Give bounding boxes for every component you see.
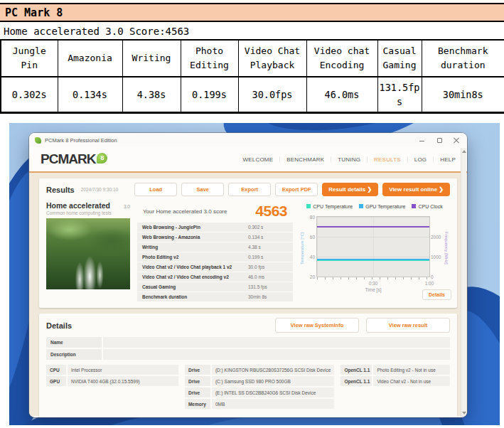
document-title: PC Mark 8 <box>5 6 63 19</box>
legend-label: GPU Temperature <box>365 204 405 209</box>
test-label: Web Browsing - JunglePin <box>142 225 248 230</box>
expand-row-score[interactable]: Home accelerated 3.0 score: 4563 <box>46 413 450 417</box>
x-tick: 1:00 <box>425 281 434 286</box>
sys-value: NVIDIA T400 4GB (32.0.15.5599) <box>68 376 178 386</box>
legend-swatch <box>306 204 311 208</box>
legend-item: GPU Temperature <box>359 204 405 209</box>
x-tick-marks <box>317 277 429 279</box>
description-row: Description <box>46 349 450 360</box>
table-header-cell: Photo Editing <box>181 40 238 77</box>
window-title: PCMark 8 Professional Edition <box>45 137 117 144</box>
details-panel: Details View raw SystemInfo View raw res… <box>39 314 457 417</box>
test-result-row: Video Chat v2 / Video Chat playback 1 v2… <box>137 262 293 272</box>
table-cell: 131.5fps <box>377 77 422 112</box>
test-value: 30.0 fps <box>248 264 288 269</box>
description-value <box>103 349 450 360</box>
description-label: Description <box>46 349 102 360</box>
plot-area: 80 60 40 20 2000 1000 0 0:30 1:00 Time <box>316 216 430 277</box>
test-value: 0.134 s <box>248 235 288 240</box>
test-result-row: Casual Gaming 131.5 fps <box>137 282 293 291</box>
system-info-row: Memory 0MB <box>185 399 334 409</box>
score-row: Your Home accelerated 3.0 score 4563 <box>137 202 293 223</box>
system-info-row: CPU Intel Processor <box>46 365 178 375</box>
test-name: Home accelerated <box>46 201 110 210</box>
y-axis-label-left: Temperature [°C] <box>300 220 304 276</box>
close-icon[interactable] <box>454 137 460 144</box>
legend-swatch <box>359 204 363 208</box>
chart-details-button[interactable]: Details <box>422 289 451 300</box>
nav-item-results[interactable]: RESULTS <box>368 156 408 163</box>
cpu-clock-line <box>317 226 429 228</box>
y-tick: 60 <box>302 234 315 239</box>
system-info-row: GPU NVIDIA T400 4GB (32.0.15.5599) <box>46 376 178 386</box>
system-info-col: CPU Intel Processor GPU NVIDIA T400 4GB … <box>46 365 178 410</box>
scroll-up-icon[interactable] <box>462 150 466 153</box>
test-result-row: Benchmark duration 30min 8s <box>137 292 293 301</box>
sys-value: (C:) Samsung SSD 980 PRO 500GB <box>212 376 334 386</box>
test-value: 30min 8s <box>248 294 288 299</box>
system-info-col: OpenCL 1.1 Photo Editing v2 - Not in use… <box>341 365 450 410</box>
table-header-cell: Jungle Pin <box>1 40 58 77</box>
test-label: Writing <box>142 245 248 250</box>
maximize-icon[interactable] <box>436 137 443 144</box>
y-tick: 1000 <box>431 254 447 259</box>
table-cell: 4.38s <box>122 77 181 112</box>
details-header: Details View raw SystemInfo View raw res… <box>39 314 457 337</box>
test-label: Casual Gaming <box>142 284 248 289</box>
sys-value: Intel Processor <box>68 365 178 375</box>
results-body: Home accelerated 3.0 Common home computi… <box>39 200 457 302</box>
export-button[interactable]: Export <box>228 183 271 196</box>
sys-label: OpenCL 1.1 <box>341 365 372 375</box>
details-heading: Details <box>46 321 72 330</box>
load-button[interactable]: Load <box>134 183 177 196</box>
waterfall-image <box>46 218 130 289</box>
table-header-cell: Amazonia <box>58 40 122 77</box>
nav-item-help[interactable]: HELP <box>434 156 463 163</box>
name-row: Name <box>46 337 450 348</box>
main-nav: WELCOME BENCHMARK TUNING RESULTS LOG HEL… <box>237 147 463 171</box>
window-title-bar[interactable]: PCMark 8 Professional Edition <box>29 133 467 147</box>
table-header-row: Jungle Pin Amazonia Writing Photo Editin… <box>1 40 504 77</box>
system-info-row: Drive (D:) KINGSTON RBUSC280S37256G SCSI… <box>185 365 334 375</box>
test-label: Photo Editing v2 <box>142 255 248 260</box>
system-info-row: Drive (E:) INTEL SS DSC2BB240G6 SCSI Dis… <box>185 387 334 397</box>
minimize-icon[interactable] <box>419 137 426 144</box>
legend-item: CPU Temperature <box>306 204 353 209</box>
pcmark-logo: PCMARK 8 <box>41 151 107 167</box>
table-header-cell: Casual Gaming <box>377 40 422 77</box>
score-line: Home accelerated 3.0 Score:4563 <box>0 22 504 39</box>
table-header-cell: Video chat Encoding <box>306 40 377 77</box>
sys-value: (E:) INTEL SS DSC2BB240G6 SCSI Disk Devi… <box>212 387 334 397</box>
test-value: 46.0 ms <box>248 274 288 279</box>
test-version: 3.0 <box>124 204 130 209</box>
nav-item-log[interactable]: LOG <box>408 156 434 163</box>
test-result-row: Photo Editing v2 0.199 s <box>137 252 293 262</box>
document-section: PC Mark 8 Home accelerated 3.0 Score:456… <box>0 3 504 125</box>
document-title-bar: PC Mark 8 <box>0 3 504 22</box>
results-header: Results 2024/7/30 9:30:10 Load Save Expo… <box>39 178 457 200</box>
scrollbar[interactable] <box>461 148 466 417</box>
y-tick: 2000 <box>431 234 447 239</box>
view-raw-result-button[interactable]: View raw result <box>366 318 450 333</box>
save-button[interactable]: Save <box>181 183 224 196</box>
view-raw-systeminfo-button[interactable]: View raw SystemInfo <box>275 318 359 333</box>
pcmark-window: PCMark 8 Professional Edition PCMARK 8 W… <box>29 133 467 417</box>
scroll-down-icon[interactable] <box>462 412 466 414</box>
table-cell: 0.302s <box>1 77 58 112</box>
pcmark-8-badge-icon: 8 <box>97 153 107 164</box>
sys-label: OpenCL 1.1 <box>341 376 372 386</box>
system-info-grid: CPU Intel Processor GPU NVIDIA T400 4GB … <box>46 365 450 410</box>
nav-item-welcome[interactable]: WELCOME <box>237 156 281 163</box>
sys-value: 0MB <box>212 399 334 409</box>
legend-label: CPU Temperature <box>313 204 353 209</box>
x-tick: 0:30 <box>369 281 378 286</box>
test-value: 131.5 fps <box>248 284 288 289</box>
view-result-online-button[interactable]: View result online ❯ <box>382 183 450 196</box>
test-result-row: Writing 4.38 s <box>137 242 293 252</box>
result-details-button[interactable]: Result details ❯ <box>322 183 378 196</box>
export-pdf-button[interactable]: Export PDF <box>275 183 318 196</box>
benchmark-table: Jungle Pin Amazonia Writing Photo Editin… <box>0 39 504 114</box>
nav-item-benchmark[interactable]: BENCHMARK <box>280 156 331 163</box>
nav-item-tuning[interactable]: TUNING <box>331 156 368 163</box>
test-label: Benchmark duration <box>142 294 248 299</box>
